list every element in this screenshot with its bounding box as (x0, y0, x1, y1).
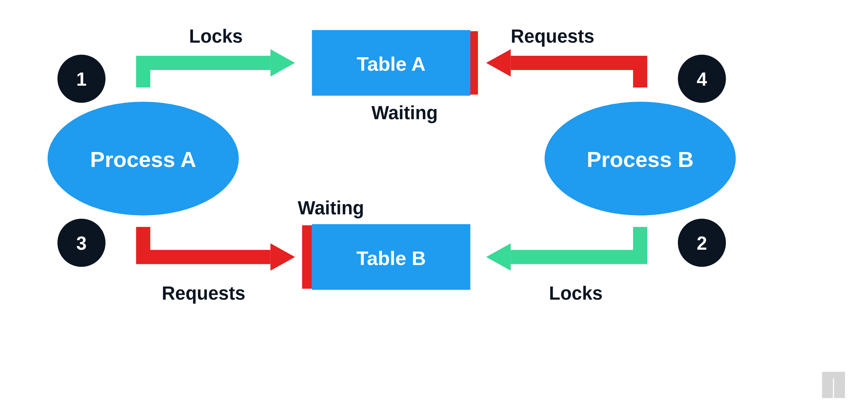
process-b-node: Process B (545, 102, 736, 215)
svg-marker-0 (271, 49, 295, 77)
step-1-number: 1 (76, 69, 87, 90)
step-1-badge: 1 (58, 55, 106, 103)
label-waiting-top: Waiting (371, 102, 438, 123)
process-a-label: Process A (90, 147, 196, 172)
svg-marker-1 (486, 49, 511, 77)
arrow-locks-b-to-table-b (486, 227, 640, 271)
deadlock-diagram: Table A Table B Process A Process B 1 3 … (0, 0, 868, 409)
svg-marker-5 (486, 244, 511, 271)
logo-icon (822, 372, 845, 398)
step-3-number: 3 (76, 233, 87, 254)
step-4-number: 4 (697, 69, 707, 90)
step-2-badge: 2 (678, 219, 726, 267)
table-a-label: Table A (357, 53, 426, 75)
label-waiting-bottom: Waiting (298, 198, 364, 218)
svg-rect-14 (822, 376, 833, 398)
process-b-label: Process B (587, 147, 694, 172)
label-requests-top: Requests (511, 26, 595, 47)
table-b-node: Table B (312, 224, 470, 290)
process-a-node: Process A (48, 102, 239, 215)
arrow-locks-a-to-table-a (143, 49, 295, 87)
svg-rect-16 (822, 372, 845, 378)
diagram-svg: Table A Table B Process A Process B 1 3 … (0, 0, 868, 409)
step-2-number: 2 (697, 233, 707, 254)
label-locks-bottom: Locks (549, 283, 603, 304)
svg-marker-3 (271, 244, 295, 271)
table-a-node: Table A (312, 30, 470, 96)
label-locks-top: Locks (189, 26, 242, 47)
label-requests-bottom: Requests (162, 283, 245, 304)
arrow-requests-a-to-table-b (143, 225, 312, 289)
step-3-badge: 3 (58, 219, 106, 267)
step-4-badge: 4 (678, 55, 726, 103)
table-b-label: Table B (356, 247, 426, 269)
svg-rect-4 (302, 225, 312, 289)
